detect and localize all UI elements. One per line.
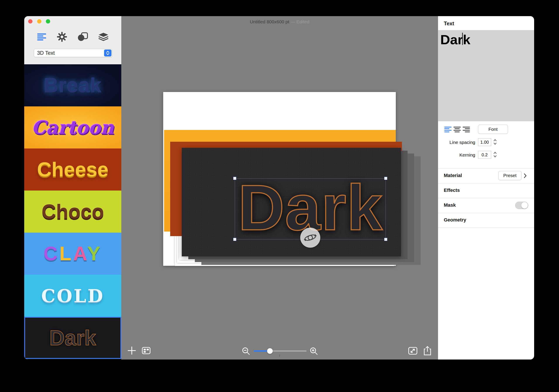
- inspector-panel: Text Dark Font Line spacing 1.00 Kerning…: [438, 16, 534, 359]
- clay-letter: Y: [87, 243, 102, 264]
- template-choco-label: Choco: [41, 200, 104, 223]
- gear-icon: [57, 32, 67, 42]
- template-chooser-button[interactable]: [141, 346, 151, 355]
- zoom-in-button[interactable]: [309, 346, 318, 356]
- settings-tab-button[interactable]: [55, 31, 69, 43]
- template-cold-label: COLD: [41, 285, 104, 306]
- share-icon: [423, 346, 432, 356]
- kerning-label: Kerning: [438, 152, 475, 158]
- line-spacing-label: Line spacing: [438, 139, 475, 146]
- template-break-label: Break: [44, 74, 102, 97]
- align-left-icon: [444, 127, 452, 133]
- text-content-value: Dark: [440, 32, 470, 47]
- list-lines-icon: [37, 33, 47, 41]
- align-left-button[interactable]: [444, 127, 452, 133]
- zoom-slider[interactable]: [254, 350, 307, 352]
- fullscreen-button[interactable]: [46, 19, 50, 24]
- geometry-section-label: Geometry: [444, 217, 466, 223]
- zoom-in-icon: [309, 346, 318, 356]
- dropdown-stepper-icon: [104, 49, 112, 56]
- align-center-icon: [453, 127, 461, 133]
- text-caret: [462, 33, 463, 45]
- minimize-button[interactable]: [37, 19, 41, 24]
- stepper-arrows-icon: [493, 151, 497, 158]
- template-clay[interactable]: CLAY: [24, 233, 121, 275]
- template-break[interactable]: Break: [24, 64, 121, 106]
- template-cheese-label: Cheese: [37, 158, 108, 181]
- templates-tab-button[interactable]: [35, 31, 49, 43]
- stepper-arrows-icon: [493, 138, 497, 146]
- template-dark-label: Dark: [49, 326, 96, 350]
- chevron-right-icon[interactable]: [524, 173, 527, 179]
- layers-icon: [98, 32, 109, 41]
- expand-icon: [408, 347, 417, 355]
- align-right-icon: [463, 127, 470, 133]
- align-center-button[interactable]: [453, 127, 461, 133]
- mask-toggle[interactable]: [515, 202, 528, 209]
- selection-handle-top-right[interactable]: [384, 177, 387, 180]
- template-cartoon[interactable]: Cartoon: [24, 106, 121, 148]
- close-button[interactable]: [28, 19, 33, 24]
- document-title-name: Untitled 800x600 pt: [250, 19, 289, 24]
- line-spacing-stepper[interactable]: [493, 138, 497, 146]
- shapes-tab-button[interactable]: [76, 31, 90, 43]
- mask-toggle-knob: [521, 202, 528, 209]
- shapes-icon: [77, 32, 88, 41]
- sidebar: 3D Text Break Cartoon Cheese Choco: [24, 16, 121, 359]
- canvas-area: Untitled 800x600 pt — Edited Dark: [121, 16, 438, 359]
- template-cartoon-label: Cartoon: [32, 117, 114, 138]
- zoom-out-button[interactable]: [241, 346, 251, 356]
- align-right-button[interactable]: [463, 127, 470, 133]
- zoom-slider-knob[interactable]: [267, 348, 273, 354]
- fit-to-window-button[interactable]: [408, 347, 418, 355]
- line-spacing-field[interactable]: 1.00: [478, 138, 491, 146]
- template-cheese[interactable]: Cheese: [24, 148, 121, 191]
- add-object-button[interactable]: [127, 345, 137, 356]
- document-title: Untitled 800x600 pt — Edited: [121, 19, 438, 24]
- grid-icon: [142, 347, 150, 354]
- divider: [438, 228, 534, 228]
- template-list: Break Cartoon Cheese Choco CLAY COLD: [24, 64, 121, 359]
- plus-icon: [127, 346, 136, 355]
- material-preset-button[interactable]: Preset: [498, 171, 522, 180]
- template-cold[interactable]: COLD: [24, 275, 121, 317]
- app-window: 3D Text Break Cartoon Cheese Choco: [24, 16, 534, 359]
- category-dropdown[interactable]: 3D Text: [34, 49, 112, 57]
- selection-handle-bottom-right[interactable]: [384, 238, 387, 241]
- text-content-editor[interactable]: Dark: [438, 30, 534, 121]
- template-choco[interactable]: Choco: [24, 191, 121, 233]
- desktop-background: 3D Text Break Cartoon Cheese Choco: [0, 0, 559, 392]
- font-button[interactable]: Font: [478, 125, 508, 134]
- share-button[interactable]: [423, 345, 432, 356]
- kerning-stepper[interactable]: [493, 151, 497, 159]
- mask-section-label: Mask: [444, 202, 456, 208]
- document-edited-badge: — Edited: [291, 19, 309, 24]
- template-clay-label: CLAY: [43, 242, 102, 265]
- category-dropdown-value: 3D Text: [37, 50, 55, 56]
- selection-handle-top-left[interactable]: [233, 177, 236, 180]
- kerning-field[interactable]: 0.2: [478, 151, 491, 159]
- zoom-out-icon: [241, 346, 251, 356]
- template-dark-selected[interactable]: Dark: [24, 317, 121, 359]
- material-section-label: Material: [444, 173, 462, 178]
- selection-handle-bottom-left[interactable]: [233, 238, 236, 241]
- layers-tab-button[interactable]: [96, 31, 110, 43]
- clay-letter: A: [73, 243, 87, 264]
- zoom-slider-center-tick: [279, 355, 280, 357]
- clay-letter: L: [59, 243, 73, 264]
- rotate-3d-control[interactable]: [300, 228, 320, 248]
- panel-header: Text: [444, 20, 454, 27]
- orbit-rotate-icon: [303, 231, 317, 245]
- effects-section-label: Effects: [444, 188, 460, 193]
- clay-letter: C: [43, 243, 59, 264]
